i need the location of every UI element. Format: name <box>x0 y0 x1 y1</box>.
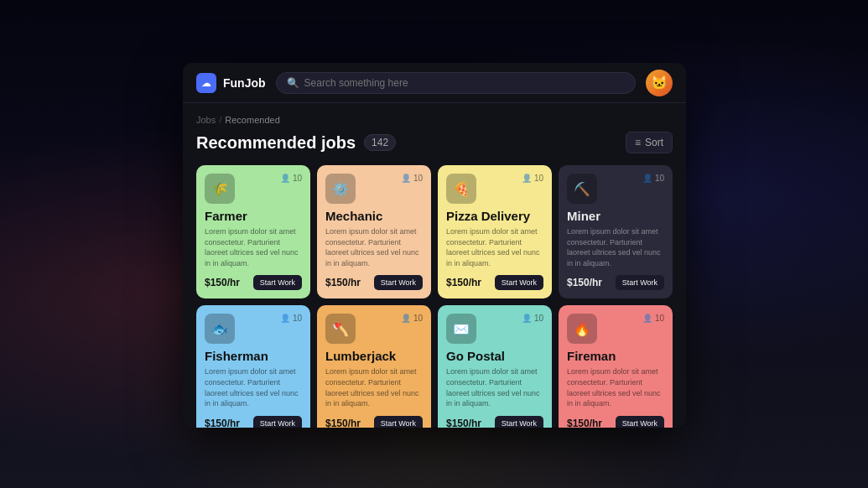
content-area: Jobs / Recomended Recommended jobs 142 ≡… <box>183 103 686 428</box>
search-bar[interactable]: 🔍 <box>276 72 636 94</box>
header: ☁ FunJob 🔍 🐱 <box>183 63 686 103</box>
start-work-button-fisherman[interactable]: Start Work <box>253 416 302 428</box>
job-icon-fireman: 🔥 <box>567 314 597 344</box>
worker-number: 10 <box>293 174 302 183</box>
start-work-button-fireman[interactable]: Start Work <box>616 416 664 428</box>
breadcrumb: Jobs / Recomended <box>196 115 673 125</box>
job-desc-fireman: Lorem ipsum dolor sit amet consectetur. … <box>567 366 664 408</box>
worker-number: 10 <box>655 314 664 323</box>
start-work-button-mechanic[interactable]: Start Work <box>374 275 423 290</box>
worker-count-fireman: 👤 10 <box>642 314 664 323</box>
job-title-mechanic: Mechanic <box>325 209 423 223</box>
worker-number: 10 <box>413 174 423 183</box>
job-title-go-postal: Go Postal <box>446 349 543 363</box>
job-desc-go-postal: Lorem ipsum dolor sit amet consectetur. … <box>446 366 543 408</box>
job-desc-mechanic: Lorem ipsum dolor sit amet consectetur. … <box>325 226 423 268</box>
worker-icon: 👤 <box>522 314 532 323</box>
breadcrumb-current: Recomended <box>225 115 279 125</box>
job-footer-go-postal: $150/hr Start Work <box>446 416 543 428</box>
worker-icon: 👤 <box>401 174 411 183</box>
job-footer-mechanic: $150/hr Start Work <box>325 275 423 290</box>
job-card-miner: ⛏️ 👤 10 Miner Lorem ipsum dolor sit amet… <box>559 165 673 299</box>
worker-count-pizza-delivery: 👤 10 <box>522 174 543 183</box>
job-footer-fireman: $150/hr Start Work <box>567 416 664 428</box>
job-icon-pizza-delivery: 🍕 <box>446 174 476 204</box>
worker-number: 10 <box>534 174 543 183</box>
job-desc-farmer: Lorem ipsum dolor sit amet consectetur. … <box>205 226 302 268</box>
job-pay-miner: $150/hr <box>567 277 602 288</box>
job-title-fireman: Fireman <box>567 349 664 363</box>
breadcrumb-separator: / <box>219 115 221 125</box>
job-card-lumberjack: 🪓 👤 10 Lumberjack Lorem ipsum dolor sit … <box>317 305 431 428</box>
worker-icon: 👤 <box>642 314 652 323</box>
job-card-top: ⛏️ 👤 10 <box>567 174 664 204</box>
sort-label: Sort <box>645 137 663 148</box>
search-icon: 🔍 <box>287 77 299 89</box>
job-desc-lumberjack: Lorem ipsum dolor sit amet consectetur. … <box>325 366 423 408</box>
worker-number: 10 <box>413 314 423 323</box>
job-pay-lumberjack: $150/hr <box>325 418 361 428</box>
job-title-miner: Miner <box>567 209 664 223</box>
job-card-top: ⚙️ 👤 10 <box>325 174 423 204</box>
job-card-mechanic: ⚙️ 👤 10 Mechanic Lorem ipsum dolor sit a… <box>317 165 431 299</box>
start-work-button-lumberjack[interactable]: Start Work <box>374 416 423 428</box>
job-footer-miner: $150/hr Start Work <box>567 275 664 290</box>
job-desc-fisherman: Lorem ipsum dolor sit amet consectetur. … <box>205 366 302 408</box>
job-icon-farmer: 🌾 <box>205 174 235 204</box>
page-title: Recommended jobs <box>196 133 356 153</box>
job-card-top: 🪓 👤 10 <box>325 314 423 344</box>
job-card-top: 🐟 👤 10 <box>205 314 302 344</box>
job-icon-lumberjack: 🪓 <box>325 314 356 344</box>
job-desc-pizza-delivery: Lorem ipsum dolor sit amet consectetur. … <box>446 226 543 268</box>
page-header: Recommended jobs 142 ≡ Sort <box>196 132 673 153</box>
worker-icon: 👤 <box>280 174 290 183</box>
breadcrumb-parent[interactable]: Jobs <box>196 115 216 125</box>
worker-icon: 👤 <box>522 174 532 183</box>
job-title-pizza-delivery: Pizza Delivery <box>446 209 543 223</box>
worker-icon: 👤 <box>401 314 411 323</box>
job-card-top: 🔥 👤 10 <box>567 314 664 344</box>
page-title-area: Recommended jobs 142 <box>196 133 396 153</box>
avatar[interactable]: 🐱 <box>646 70 673 96</box>
job-card-top: ✉️ 👤 10 <box>446 314 543 344</box>
sort-icon: ≡ <box>635 137 641 148</box>
job-pay-mechanic: $150/hr <box>325 277 361 288</box>
job-card-pizza-delivery: 🍕 👤 10 Pizza Delivery Lorem ipsum dolor … <box>438 165 552 299</box>
start-work-button-miner[interactable]: Start Work <box>616 275 664 290</box>
job-icon-miner: ⛏️ <box>567 174 597 204</box>
worker-count-fisherman: 👤 10 <box>280 314 302 323</box>
start-work-button-pizza-delivery[interactable]: Start Work <box>495 275 543 290</box>
worker-count-go-postal: 👤 10 <box>522 314 543 323</box>
job-title-lumberjack: Lumberjack <box>325 349 423 363</box>
job-pay-pizza-delivery: $150/hr <box>446 277 481 288</box>
job-card-go-postal: ✉️ 👤 10 Go Postal Lorem ipsum dolor sit … <box>438 305 552 428</box>
worker-number: 10 <box>655 174 664 183</box>
worker-count-lumberjack: 👤 10 <box>401 314 423 323</box>
start-work-button-farmer[interactable]: Start Work <box>253 275 302 290</box>
job-icon-go-postal: ✉️ <box>446 314 476 344</box>
logo-area: ☁ FunJob <box>196 73 266 93</box>
job-icon-mechanic: ⚙️ <box>325 174 356 204</box>
worker-count-mechanic: 👤 10 <box>401 174 423 183</box>
app-window: ☁ FunJob 🔍 🐱 Jobs / Recomended Recommend… <box>183 63 686 428</box>
start-work-button-go-postal[interactable]: Start Work <box>495 416 543 428</box>
job-footer-farmer: $150/hr Start Work <box>205 275 302 290</box>
job-desc-miner: Lorem ipsum dolor sit amet consectetur. … <box>567 226 664 268</box>
job-icon-fisherman: 🐟 <box>205 314 235 344</box>
worker-count-miner: 👤 10 <box>642 174 664 183</box>
job-pay-fisherman: $150/hr <box>205 418 240 428</box>
job-card-fireman: 🔥 👤 10 Fireman Lorem ipsum dolor sit ame… <box>559 305 673 428</box>
worker-number: 10 <box>293 314 302 323</box>
job-card-farmer: 🌾 👤 10 Farmer Lorem ipsum dolor sit amet… <box>196 165 310 299</box>
job-footer-lumberjack: $150/hr Start Work <box>325 416 423 428</box>
sort-button[interactable]: ≡ Sort <box>626 132 673 153</box>
job-card-top: 🌾 👤 10 <box>205 174 302 204</box>
job-footer-fisherman: $150/hr Start Work <box>205 416 302 428</box>
job-pay-fireman: $150/hr <box>567 418 602 428</box>
job-pay-go-postal: $150/hr <box>446 418 481 428</box>
worker-icon: 👤 <box>642 174 652 183</box>
job-footer-pizza-delivery: $150/hr Start Work <box>446 275 543 290</box>
logo-icon: ☁ <box>196 73 216 93</box>
search-input[interactable] <box>304 77 625 89</box>
jobs-grid: 🌾 👤 10 Farmer Lorem ipsum dolor sit amet… <box>196 165 673 428</box>
